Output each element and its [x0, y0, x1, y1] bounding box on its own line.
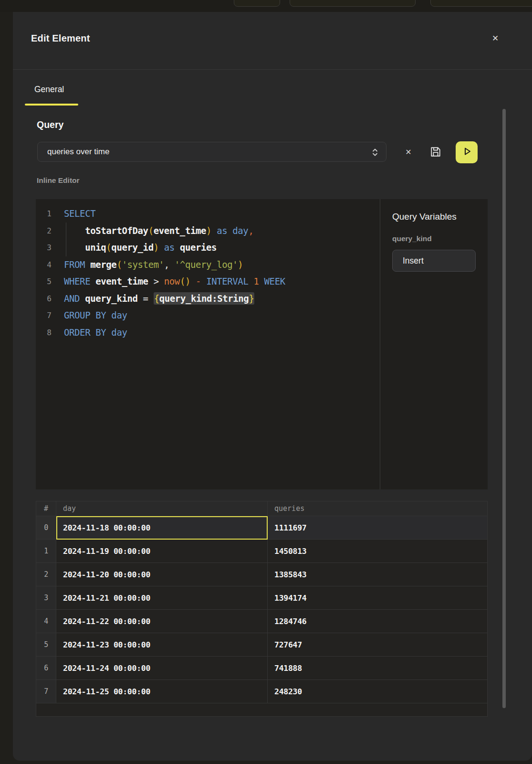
active-tab-underline [25, 104, 78, 106]
code-token: uniq [85, 242, 106, 253]
table-header: #dayqueries [36, 501, 488, 516]
code-line[interactable]: 5WHERE event_time > now() - INTERVAL 1 W… [36, 273, 380, 290]
code-line[interactable]: 4FROM merge('system', '^query_log') [36, 256, 380, 274]
tab-general[interactable]: General [34, 85, 64, 95]
column-header-index: # [36, 501, 56, 516]
background-button [234, 0, 280, 7]
row-index-cell[interactable]: 2 [36, 563, 56, 586]
code-token: = [143, 293, 148, 304]
code-line[interactable]: 8ORDER BY day [36, 324, 380, 341]
code-token: ) [154, 242, 159, 253]
code-token: > [154, 276, 159, 286]
code-pane[interactable]: 1SELECT2 toStartOfDay(event_time) as day… [36, 199, 380, 489]
day-cell[interactable]: 2024-11-20 00:00:00 [56, 563, 268, 586]
code-token [85, 259, 90, 270]
close-button[interactable]: ✕ [489, 32, 501, 44]
code-token: now [164, 276, 180, 286]
x-icon: ✕ [405, 148, 411, 157]
day-cell[interactable]: 2024-11-25 00:00:00 [56, 680, 268, 703]
code-token: , [164, 259, 175, 270]
line-content: FROM merge('system', '^query_log') [57, 256, 243, 274]
row-index-cell[interactable]: 1 [36, 540, 56, 563]
floppy-disk-icon [429, 152, 442, 160]
insert-button-label: Insert [403, 256, 424, 266]
code-token: { [154, 293, 159, 304]
day-cell[interactable]: 2024-11-24 00:00:00 [56, 657, 268, 680]
table-footer-row [36, 703, 488, 717]
code-token: ( [116, 259, 122, 270]
chevron-up-down-icon [370, 147, 380, 160]
row-index-cell[interactable]: 0 [36, 516, 56, 540]
code-token [148, 293, 154, 304]
line-content: uniq(query_id) as queries [57, 239, 217, 256]
queries-cell[interactable]: 1450813 [268, 540, 488, 563]
code-token: - [196, 276, 201, 286]
row-index-cell[interactable]: 5 [36, 633, 56, 657]
insert-variable-button[interactable]: Insert [392, 250, 476, 272]
day-cell[interactable]: 2024-11-22 00:00:00 [56, 610, 268, 633]
code-token [90, 276, 95, 286]
code-token: query_id [111, 242, 153, 253]
line-content: AND query_kind = {query_kind:String} [57, 290, 254, 308]
code-token: event_time [95, 276, 148, 286]
line-number: 5 [36, 273, 57, 290]
table-header-row: #dayqueries [36, 501, 488, 516]
line-number: 4 [36, 256, 57, 274]
queries-cell[interactable]: 1394174 [268, 586, 488, 610]
row-index-cell[interactable]: 7 [36, 680, 56, 703]
code-line[interactable]: 7GROUP BY day [36, 307, 380, 324]
code-token [259, 276, 264, 286]
run-query-button[interactable] [456, 141, 478, 163]
day-cell[interactable]: 2024-11-19 00:00:00 [56, 540, 268, 563]
code-token: ) [238, 259, 243, 270]
queries-cell[interactable]: 1111697 [268, 516, 488, 540]
row-index-cell[interactable]: 4 [36, 610, 56, 633]
edit-element-modal: Edit Element ✕ General Query queries ove… [13, 12, 532, 761]
line-number: 8 [36, 324, 57, 341]
queries-cell[interactable]: 727647 [268, 633, 488, 657]
play-icon [460, 145, 473, 159]
code-token: as [164, 242, 175, 253]
clear-query-button[interactable]: ✕ [400, 145, 417, 159]
queries-cell[interactable]: 1385843 [268, 563, 488, 586]
day-cell[interactable]: 2024-11-23 00:00:00 [56, 633, 268, 657]
background-button [430, 0, 532, 7]
code-token: merge [90, 259, 116, 270]
code-token: ) [206, 225, 211, 236]
code-token [138, 293, 143, 304]
table-row: 62024-11-24 00:00:00741888 [36, 657, 488, 680]
code-token: GROUP BY day [64, 310, 127, 320]
day-cell[interactable]: 2024-11-18 00:00:00 [56, 516, 268, 540]
code-token: ( [148, 225, 154, 236]
row-index-cell[interactable]: 6 [36, 657, 56, 680]
code-token: ORDER BY day [64, 327, 127, 338]
queries-cell[interactable]: 741888 [268, 657, 488, 680]
code-line[interactable]: 1SELECT [36, 205, 380, 223]
code-token [190, 276, 196, 286]
table-footer-strip [36, 703, 488, 717]
modal-scrollbar[interactable] [502, 109, 506, 708]
line-content: toStartOfDay(event_time) as day, [57, 223, 253, 240]
inline-editor-label: Inline Editor [37, 176, 80, 185]
line-number: 7 [36, 307, 57, 324]
code-token [80, 293, 85, 304]
code-token [159, 276, 164, 286]
code-token: WHERE [64, 276, 90, 286]
row-index-cell[interactable]: 3 [36, 586, 56, 610]
code-line[interactable]: 2 toStartOfDay(event_time) as day, [36, 223, 380, 240]
queries-cell[interactable]: 1284746 [268, 610, 488, 633]
queries-cell[interactable]: 248230 [268, 680, 488, 703]
code-token [211, 225, 217, 236]
table-row: 22024-11-20 00:00:001385843 [36, 563, 488, 586]
day-cell[interactable]: 2024-11-21 00:00:00 [56, 586, 268, 610]
header-divider [13, 69, 532, 70]
save-query-button[interactable] [429, 145, 442, 159]
table-row: 32024-11-21 00:00:001394174 [36, 586, 488, 610]
query-select[interactable]: queries over time [37, 142, 386, 162]
code-token [175, 242, 180, 253]
code-line[interactable]: 6AND query_kind = {query_kind:String} [36, 290, 380, 308]
column-header-day: day [56, 501, 268, 516]
code-token: INTERVAL [206, 276, 248, 286]
indent-guide [66, 223, 66, 256]
code-line[interactable]: 3 uniq(query_id) as queries [36, 239, 380, 256]
